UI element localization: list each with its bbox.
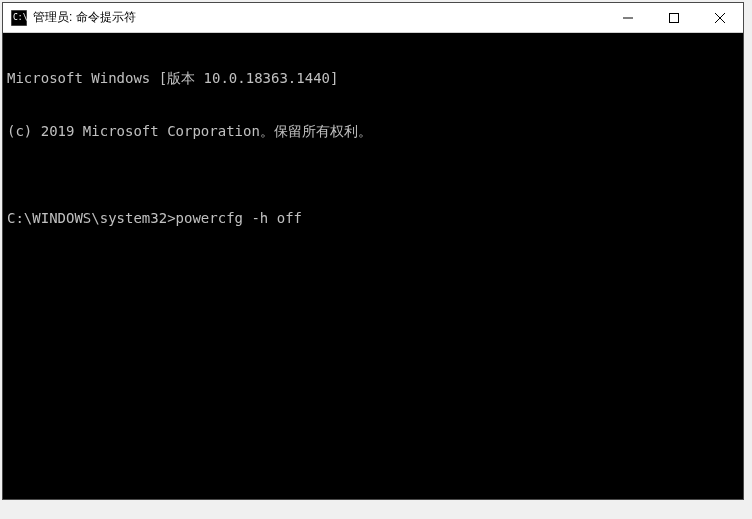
cmd-icon: C:\ (11, 10, 27, 26)
minimize-button[interactable] (605, 3, 651, 32)
close-icon (715, 13, 725, 23)
titlebar[interactable]: C:\ 管理员: 命令提示符 (3, 3, 743, 33)
terminal-line: Microsoft Windows [版本 10.0.18363.1440] (7, 70, 739, 88)
svg-text:C:\: C:\ (13, 13, 27, 22)
cmd-window: C:\ 管理员: 命令提示符 Microsoft (2, 2, 744, 500)
maximize-icon (669, 13, 679, 23)
window-controls (605, 3, 743, 32)
window-title: 管理员: 命令提示符 (33, 9, 605, 26)
terminal-line: (c) 2019 Microsoft Corporation。保留所有权利。 (7, 123, 739, 141)
terminal-output[interactable]: Microsoft Windows [版本 10.0.18363.1440] (… (3, 33, 743, 499)
close-button[interactable] (697, 3, 743, 32)
terminal-line: C:\WINDOWS\system32>powercfg -h off (7, 210, 739, 228)
maximize-button[interactable] (651, 3, 697, 32)
svg-rect-3 (670, 13, 679, 22)
minimize-icon (623, 13, 633, 23)
